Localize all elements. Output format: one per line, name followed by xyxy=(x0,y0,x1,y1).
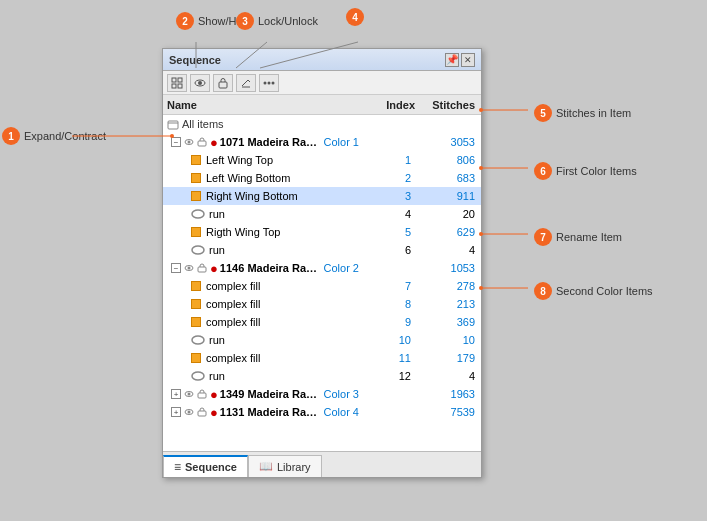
swatch-icon xyxy=(191,173,201,183)
lock-unlock-button[interactable] xyxy=(213,74,233,92)
window-title: Sequence xyxy=(169,54,221,66)
show-hide-button[interactable] xyxy=(190,74,210,92)
eye-icon xyxy=(184,407,194,417)
item-left-wing-top[interactable]: Left Wing Top 1 806 xyxy=(163,151,481,169)
item-label: complex fill xyxy=(206,298,260,310)
svg-point-15 xyxy=(188,141,191,144)
red-needle-icon4: ● xyxy=(210,405,218,420)
main-window: Sequence 📌 ✕ xyxy=(162,48,482,478)
item-index: 5 xyxy=(359,226,419,238)
item-run-12[interactable]: run 12 4 xyxy=(163,367,481,385)
red-needle-icon: ● xyxy=(210,135,218,150)
color2-stitches: 1053 xyxy=(419,262,479,274)
tree-content[interactable]: All items − ● 1071 Madeira Rayo... Color… xyxy=(163,115,481,451)
ann-label-7: Rename Item xyxy=(556,231,622,243)
ann-circle-2: 2 xyxy=(176,12,194,30)
item-left-wing-bottom[interactable]: Left Wing Bottom 2 683 xyxy=(163,169,481,187)
pin-button[interactable]: 📌 xyxy=(445,53,459,67)
item-stitches: 369 xyxy=(419,316,479,328)
run-icon xyxy=(191,209,205,219)
ann-label-5: Stitches in Item xyxy=(556,107,631,119)
item-stitches: 806 xyxy=(419,154,479,166)
item-complex-fill-8[interactable]: complex fill 8 213 xyxy=(163,295,481,313)
eye-icon xyxy=(184,137,194,147)
item-stitches: 278 xyxy=(419,280,479,292)
item-index: 8 xyxy=(359,298,419,310)
color4-row[interactable]: + ● 1131 Madeira Rayo... Color 4 7539 xyxy=(163,403,481,421)
col-name: Name xyxy=(165,99,359,111)
svg-rect-1 xyxy=(178,78,182,82)
item-complex-fill-9[interactable]: complex fill 9 369 xyxy=(163,313,481,331)
item-run-10[interactable]: run 10 10 xyxy=(163,331,481,349)
svg-rect-13 xyxy=(168,121,178,129)
svg-point-10 xyxy=(268,81,271,84)
item-complex-fill-11[interactable]: complex fill 11 179 xyxy=(163,349,481,367)
annotation-lockunlock-label: 3 Lock/Unlock xyxy=(236,12,318,30)
item-label: Rigth Wing Top xyxy=(206,226,280,238)
library-tab-label: Library xyxy=(277,461,311,473)
color2-expand[interactable]: − xyxy=(171,263,181,273)
eye-icon xyxy=(184,389,194,399)
color4-expand[interactable]: + xyxy=(171,407,181,417)
item-label: complex fill xyxy=(206,316,260,328)
item-stitches: 683 xyxy=(419,172,479,184)
color1-stitches: 3053 xyxy=(419,136,479,148)
color3-label: 1349 Madeira Rayo... xyxy=(220,388,319,400)
svg-rect-29 xyxy=(198,411,206,416)
svg-line-8 xyxy=(248,80,250,82)
color4-label: 1131 Madeira Rayo... xyxy=(220,406,319,418)
item-stitches: 4 xyxy=(419,370,479,382)
color3-expand[interactable]: + xyxy=(171,389,181,399)
item-right-wing-bottom[interactable]: Right Wing Bottom 3 911 xyxy=(163,187,481,205)
color3-row[interactable]: + ● 1349 Madeira Rayo... Color 3 1963 xyxy=(163,385,481,403)
ann-label-3: Lock/Unlock xyxy=(258,15,318,27)
item-label: run xyxy=(209,244,225,256)
rename-button[interactable] xyxy=(236,74,256,92)
ann-circle-8: 8 xyxy=(534,282,552,300)
tab-library[interactable]: 📖 Library xyxy=(248,455,322,477)
swatch-icon xyxy=(191,281,201,291)
all-items-label: All items xyxy=(182,118,224,130)
swatch-icon xyxy=(191,299,201,309)
item-label: run xyxy=(209,370,225,382)
swatch-icon xyxy=(191,353,201,363)
item-index: 4 xyxy=(359,208,419,220)
bottom-tabs: ≡ Sequence 📖 Library xyxy=(163,451,481,477)
color1-row[interactable]: − ● 1071 Madeira Rayo... Color 1 3053 xyxy=(163,133,481,151)
item-stitches: 4 xyxy=(419,244,479,256)
ann-circle-6: 6 xyxy=(534,162,552,180)
close-button[interactable]: ✕ xyxy=(461,53,475,67)
red-needle-icon2: ● xyxy=(210,261,218,276)
svg-point-28 xyxy=(188,411,191,414)
item-label: complex fill xyxy=(206,280,260,292)
item-right-wing-top[interactable]: Rigth Wing Top 5 629 xyxy=(163,223,481,241)
svg-point-25 xyxy=(188,393,191,396)
svg-point-20 xyxy=(188,267,191,270)
color1-color-label: Color 1 xyxy=(324,136,359,148)
svg-point-5 xyxy=(198,81,202,85)
svg-point-22 xyxy=(192,336,204,344)
color1-expand[interactable]: − xyxy=(171,137,181,147)
svg-rect-2 xyxy=(172,84,176,88)
item-run-6[interactable]: run 6 4 xyxy=(163,241,481,259)
item-stitches: 213 xyxy=(419,298,479,310)
annotation-4-label: 4 xyxy=(346,8,364,26)
item-run-4[interactable]: run 4 20 xyxy=(163,205,481,223)
item-index: 6 xyxy=(359,244,419,256)
color2-row[interactable]: − ● 1146 Madeira Rayo... Color 2 1053 xyxy=(163,259,481,277)
ann-label-1: Expand/Contract xyxy=(24,130,106,142)
toolbar xyxy=(163,71,481,95)
item-stitches: 10 xyxy=(419,334,479,346)
item-index: 9 xyxy=(359,316,419,328)
item-complex-fill-7[interactable]: complex fill 7 278 xyxy=(163,277,481,295)
item-index: 7 xyxy=(359,280,419,292)
extra-button[interactable] xyxy=(259,74,279,92)
tab-sequence[interactable]: ≡ Sequence xyxy=(163,455,248,477)
ann-circle-4: 4 xyxy=(346,8,364,26)
ann-label-6: First Color Items xyxy=(556,165,637,177)
all-items-row[interactable]: All items xyxy=(163,115,481,133)
svg-point-18 xyxy=(192,246,204,254)
item-label: Left Wing Top xyxy=(206,154,273,166)
expand-contract-button[interactable] xyxy=(167,74,187,92)
item-index: 12 xyxy=(359,370,419,382)
